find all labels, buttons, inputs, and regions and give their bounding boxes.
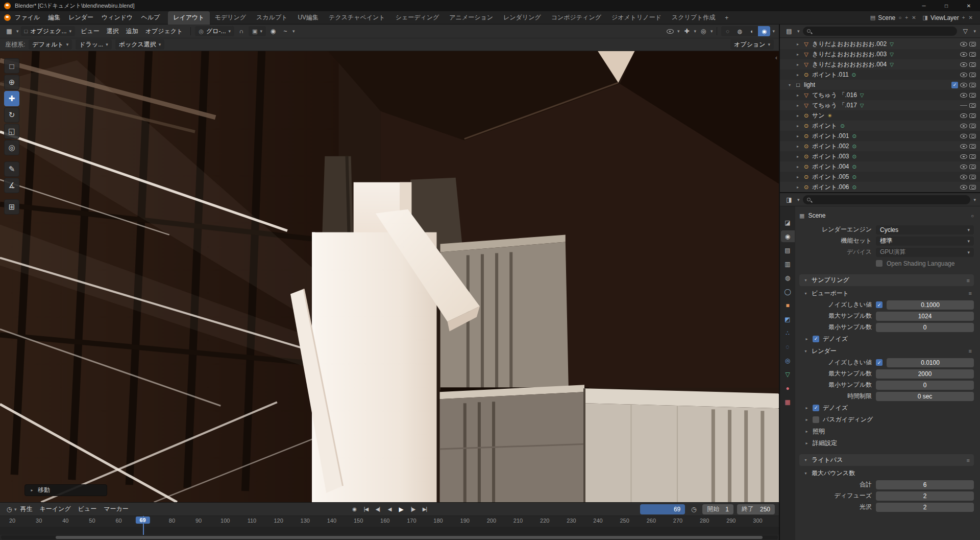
- outliner-row[interactable]: ▾ □ light ✓: [780, 80, 980, 90]
- render-denoise-row[interactable]: ▸ ✓ デノイズ: [799, 403, 974, 413]
- minimize-button[interactable]: ─: [913, 0, 935, 11]
- properties-tab[interactable]: ▥: [781, 258, 795, 270]
- render-noise-checkbox[interactable]: ✓: [876, 359, 883, 366]
- outliner-item-label[interactable]: ポイント.001: [812, 132, 849, 140]
- new-scene-icon[interactable]: +: [904, 15, 909, 20]
- disclosure-triangle-icon[interactable]: ▸: [795, 144, 800, 149]
- outliner-editor-icon[interactable]: ▤: [784, 26, 794, 36]
- gizmos-toggle-icon[interactable]: ✚: [681, 26, 692, 36]
- disclosure-triangle-icon[interactable]: ▸: [795, 154, 800, 159]
- tool-button[interactable]: ⊞: [4, 199, 19, 215]
- transport-button[interactable]: ◉: [349, 504, 360, 514]
- timeline-menu-item[interactable]: マーカー: [100, 505, 132, 513]
- disable-render-camera-icon[interactable]: [969, 113, 976, 118]
- workspace-tab[interactable]: アニメーション: [444, 11, 498, 25]
- hide-viewport-eye-icon[interactable]: [960, 165, 967, 169]
- tool-button[interactable]: ⊕: [4, 75, 19, 90]
- disable-render-camera-icon[interactable]: [969, 52, 976, 57]
- disable-render-camera-icon[interactable]: [969, 154, 976, 159]
- disclosure-triangle-icon[interactable]: ▾: [787, 83, 792, 87]
- frame-end-field[interactable]: 終了 250: [737, 504, 775, 514]
- outliner-item-label[interactable]: サン: [812, 111, 825, 120]
- workspace-tab[interactable]: スカルプト: [251, 11, 292, 25]
- tool-button[interactable]: □: [4, 58, 19, 74]
- outliner-item-label[interactable]: ポイント.003: [812, 152, 849, 161]
- viewport-menu-item[interactable]: 選択: [103, 27, 122, 36]
- disable-render-camera-icon[interactable]: [969, 144, 976, 149]
- outliner-item-label[interactable]: きりだよおおおおおお.004: [812, 60, 887, 69]
- collection-checkbox[interactable]: ✓: [951, 82, 958, 88]
- maximize-button[interactable]: □: [935, 0, 958, 11]
- transport-button[interactable]: ◀|: [373, 504, 383, 514]
- sidebar-collapse-icon[interactable]: ‹: [775, 54, 777, 61]
- pin-icon[interactable]: ○: [971, 213, 974, 219]
- overlays-toggle-icon[interactable]: ◎: [698, 26, 708, 36]
- visibility-chevron-icon[interactable]: ▾: [677, 29, 680, 34]
- panel-grip-icon[interactable]: ≡: [969, 348, 972, 354]
- tool-button[interactable]: ∡: [4, 178, 19, 193]
- breadcrumb-scene-label[interactable]: Scene: [808, 212, 825, 219]
- hide-viewport-eye-icon[interactable]: [960, 52, 967, 57]
- proportional-falloff-icon[interactable]: ~: [280, 26, 290, 36]
- timeline-menu-item[interactable]: 再生: [17, 505, 36, 513]
- panel-grip-icon[interactable]: ≡: [969, 290, 972, 296]
- viewlayer-name[interactable]: ViewLayer: [930, 14, 959, 21]
- concrete-block-lower-left[interactable]: [440, 385, 584, 502]
- disable-render-camera-icon[interactable]: [969, 62, 976, 67]
- snap-target-dropdown[interactable]: ▣ ▾: [249, 26, 266, 36]
- hide-viewport-eye-icon[interactable]: [960, 113, 967, 118]
- outliner-item-label[interactable]: ポイント.006: [812, 183, 849, 192]
- tool-button[interactable]: ◎: [4, 140, 19, 155]
- timeline-menu-item[interactable]: ビュー: [75, 505, 101, 513]
- disclosure-triangle-icon[interactable]: ▸: [795, 93, 800, 98]
- workspace-tab[interactable]: UV編集: [292, 11, 324, 25]
- outliner-row[interactable]: ▸ ▽ きりだよおおおおおお.002 ▽: [780, 39, 980, 49]
- shading-mode-button[interactable]: ◍: [733, 26, 746, 36]
- timeline-ruler[interactable]: 2030405060809010011012013014015016017018…: [0, 516, 779, 540]
- outliner-row[interactable]: ▸ ⊙ サン ✳: [780, 110, 980, 121]
- disclosure-triangle-icon[interactable]: ▸: [795, 103, 800, 108]
- operator-panel[interactable]: ▸ 移動: [24, 484, 107, 496]
- render-engine-dropdown[interactable]: Cycles ▾: [876, 225, 974, 234]
- coord-system-dropdown[interactable]: デフォルト ▾: [29, 39, 72, 50]
- transport-button[interactable]: |◀: [361, 504, 372, 514]
- outliner-item-label[interactable]: ポイント.005: [812, 173, 849, 181]
- viewlayer-icon[interactable]: ◨: [923, 14, 928, 21]
- sampling-viewport-subheader[interactable]: ▾ ビューポート ≡: [799, 288, 974, 298]
- glossy-bounces-field[interactable]: 2: [876, 503, 974, 512]
- menu-item[interactable]: ヘルプ: [137, 11, 164, 25]
- properties-tab[interactable]: ◍: [781, 272, 795, 284]
- hide-viewport-eye-icon[interactable]: [960, 134, 967, 138]
- disable-render-camera-icon[interactable]: [969, 124, 976, 128]
- gizmos-chevron-icon[interactable]: ▾: [694, 29, 696, 34]
- filter-funnel-icon[interactable]: ▽: [960, 26, 970, 36]
- tool-button[interactable]: ◱: [4, 124, 19, 139]
- outliner-item-label[interactable]: ポイント.011: [812, 71, 849, 79]
- outliner-item-label[interactable]: きりだよおおおおおお.002: [812, 40, 887, 49]
- current-frame-field[interactable]: 69: [640, 504, 685, 514]
- viewport-3d[interactable]: □⊕✚↻◱◎✎∡⊞ ▸ 移動 ‹: [0, 51, 779, 502]
- frame-start-field[interactable]: 開始 1: [702, 504, 733, 514]
- workspace-tab[interactable]: ジオメトリノード: [606, 11, 667, 25]
- outliner-row[interactable]: ▸ ▽ きりだよおおおおおお.003 ▽: [780, 49, 980, 59]
- disclosure-triangle-icon[interactable]: ▸: [795, 73, 800, 77]
- properties-tab[interactable]: ◪: [781, 217, 795, 228]
- properties-tab[interactable]: ■: [781, 299, 795, 311]
- properties-editor-chevron-icon[interactable]: ▾: [797, 197, 800, 202]
- disclosure-triangle-icon[interactable]: ▸: [795, 175, 800, 179]
- disable-render-camera-icon[interactable]: [969, 185, 976, 190]
- proportional-edit-icon[interactable]: ◉: [268, 26, 278, 36]
- disable-render-camera-icon[interactable]: [969, 93, 976, 98]
- blender-menu-icon[interactable]: [4, 14, 11, 21]
- snap-magnet-icon[interactable]: ∩: [236, 26, 247, 36]
- outliner-row[interactable]: ▸ ⊙ ポイント.001 ⊙: [780, 131, 980, 141]
- outliner-editor-chevron-icon[interactable]: ▾: [797, 29, 800, 34]
- hide-viewport-eye-icon[interactable]: [960, 83, 967, 87]
- properties-tab[interactable]: ∴: [781, 327, 795, 339]
- orientation-dropdown[interactable]: ◎ グロ-... ▾: [195, 26, 234, 36]
- visibility-dropdown-icon[interactable]: [665, 26, 675, 36]
- timeline-scrollbar[interactable]: [1, 535, 778, 539]
- disable-render-camera-icon[interactable]: [969, 165, 976, 169]
- workspace-tab[interactable]: スクリプト作成: [667, 11, 720, 25]
- properties-tab[interactable]: ◯: [781, 286, 795, 297]
